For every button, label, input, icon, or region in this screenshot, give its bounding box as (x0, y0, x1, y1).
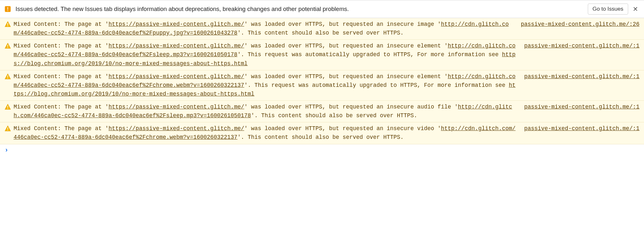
console-message-link[interactable]: https://passive-mixed-content.glitch.me/ (109, 21, 244, 27)
console-source-link[interactable]: passive-mixed-content.glitch.me/:1 (524, 42, 639, 50)
console-message-span: '. This request was automatically upgrad… (244, 82, 509, 88)
console-message-span: ' was loaded over HTTPS, but requested a… (244, 43, 448, 49)
chevron-right-icon: › (5, 146, 8, 154)
console-message-span: '. This content should also be served ov… (251, 112, 417, 119)
svg-rect-8 (7, 78, 8, 78)
svg-rect-2 (7, 10, 8, 11)
svg-rect-4 (7, 26, 8, 26)
go-to-issues-button[interactable]: Go to Issues (588, 4, 628, 15)
console-message-span: ' was loaded over HTTPS, but requested a… (244, 104, 458, 110)
svg-rect-1 (7, 7, 8, 10)
svg-rect-12 (7, 130, 8, 130)
console-message-span: Mixed Content: The page at ' (14, 21, 109, 27)
console-warning-row: Mixed Content: The page at 'https://pass… (0, 101, 644, 122)
svg-rect-6 (7, 47, 8, 48)
console-source-link[interactable]: passive-mixed-content.glitch.me/:1 (524, 103, 639, 111)
svg-rect-3 (7, 23, 8, 25)
console-prompt[interactable]: › (0, 144, 644, 156)
warning-triangle-icon (5, 124, 12, 132)
console-message-span: ' was loaded over HTTPS, but requested a… (244, 125, 441, 132)
svg-rect-5 (7, 45, 8, 47)
console-message-text: Mixed Content: The page at 'https://pass… (12, 124, 524, 142)
console-message-span: Mixed Content: The page at ' (14, 104, 109, 110)
console-message-link[interactable]: https://passive-mixed-content.glitch.me/ (109, 104, 244, 110)
console-message-link[interactable]: https://passive-mixed-content.glitch.me/ (109, 43, 244, 49)
console-source-link[interactable]: passive-mixed-content.glitch.me/:26 (521, 20, 639, 29)
console-message-text: Mixed Content: The page at 'https://pass… (12, 42, 524, 68)
issues-infobar: Issues detected. The new Issues tab disp… (0, 0, 644, 18)
console-message-text: Mixed Content: The page at 'https://pass… (12, 72, 524, 98)
warning-triangle-icon (5, 42, 12, 49)
console-message-text: Mixed Content: The page at 'https://pass… (12, 103, 524, 120)
console-message-text: Mixed Content: The page at 'https://pass… (12, 20, 521, 37)
warning-triangle-icon (5, 20, 12, 27)
console-message-span: '. This content should also be served ov… (237, 134, 404, 140)
console-warning-row: Mixed Content: The page at 'https://pass… (0, 40, 644, 70)
console-warning-row: Mixed Content: The page at 'https://pass… (0, 18, 644, 40)
warning-triangle-icon (5, 72, 12, 80)
console-warning-row: Mixed Content: The page at 'https://pass… (0, 122, 644, 144)
console-source-link[interactable]: passive-mixed-content.glitch.me/:1 (524, 124, 639, 133)
console-message-link[interactable]: https://passive-mixed-content.glitch.me/ (109, 125, 244, 132)
svg-rect-10 (7, 108, 8, 109)
console-message-span: Mixed Content: The page at ' (14, 73, 109, 80)
issues-infobar-text: Issues detected. The new Issues tab disp… (12, 5, 588, 13)
console-message-span: ' was loaded over HTTPS, but requested a… (244, 73, 448, 80)
issues-warning-icon (5, 6, 12, 12)
close-icon[interactable]: ✕ (631, 5, 639, 13)
console-warning-row: Mixed Content: The page at 'https://pass… (0, 70, 644, 101)
console-message-list: Mixed Content: The page at 'https://pass… (0, 18, 644, 144)
console-message-span: '. This request was automatically upgrad… (237, 51, 502, 58)
console-message-span: Mixed Content: The page at ' (14, 43, 109, 49)
console-source-link[interactable]: passive-mixed-content.glitch.me/:1 (524, 72, 639, 81)
svg-rect-11 (7, 128, 8, 129)
svg-rect-9 (7, 106, 8, 108)
console-message-span: ' was loaded over HTTPS, but requested a… (244, 21, 441, 27)
svg-rect-7 (7, 75, 8, 77)
console-message-span: '. This content should also be served ov… (237, 30, 404, 36)
console-message-span: Mixed Content: The page at ' (14, 125, 109, 132)
console-message-link[interactable]: https://passive-mixed-content.glitch.me/ (109, 73, 244, 80)
warning-triangle-icon (5, 103, 12, 110)
